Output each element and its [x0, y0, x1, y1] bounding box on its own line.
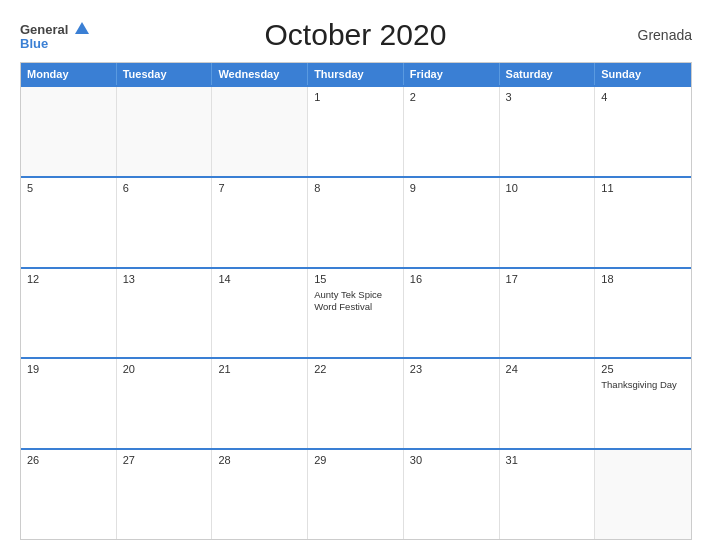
calendar-body: 123456789101112131415Aunty Tek Spice Wor…: [21, 85, 691, 539]
cell-date: 14: [218, 273, 301, 285]
calendar-cell: 19: [21, 359, 117, 448]
calendar-cell: [117, 87, 213, 176]
calendar-cell: 10: [500, 178, 596, 267]
cell-date: 19: [27, 363, 110, 375]
cell-date: 5: [27, 182, 110, 194]
cell-date: 17: [506, 273, 589, 285]
day-header-tuesday: Tuesday: [117, 63, 213, 85]
day-header-friday: Friday: [404, 63, 500, 85]
cell-date: 1: [314, 91, 397, 103]
cell-date: 24: [506, 363, 589, 375]
logo-general-text: General: [20, 22, 68, 37]
logo: General Blue: [20, 21, 89, 50]
calendar-cell: 23: [404, 359, 500, 448]
calendar-cell: 13: [117, 269, 213, 358]
cell-date: 12: [27, 273, 110, 285]
cell-date: 16: [410, 273, 493, 285]
calendar-cell: 6: [117, 178, 213, 267]
calendar-cell: 20: [117, 359, 213, 448]
cell-date: 3: [506, 91, 589, 103]
calendar-cell: 7: [212, 178, 308, 267]
calendar-row-3: 19202122232425Thanksgiving Day: [21, 357, 691, 448]
logo-top: General: [20, 21, 89, 37]
calendar-cell: 29: [308, 450, 404, 539]
cell-date: 31: [506, 454, 589, 466]
cell-date: 27: [123, 454, 206, 466]
cell-date: 25: [601, 363, 685, 375]
day-header-monday: Monday: [21, 63, 117, 85]
calendar-cell: 12: [21, 269, 117, 358]
calendar-cell: 18: [595, 269, 691, 358]
calendar-row-1: 567891011: [21, 176, 691, 267]
day-header-thursday: Thursday: [308, 63, 404, 85]
calendar-page: General Blue October 2020 Grenada Monday…: [0, 0, 712, 550]
calendar-row-0: 1234: [21, 85, 691, 176]
logo-triangle-icon: [75, 22, 89, 34]
cell-date: 15: [314, 273, 397, 285]
calendar-cell: 8: [308, 178, 404, 267]
cell-date: 22: [314, 363, 397, 375]
country-name: Grenada: [622, 27, 692, 43]
cell-date: 28: [218, 454, 301, 466]
calendar-cell: 31: [500, 450, 596, 539]
calendar-cell: 2: [404, 87, 500, 176]
calendar-cell: 16: [404, 269, 500, 358]
day-header-wednesday: Wednesday: [212, 63, 308, 85]
calendar-cell: 3: [500, 87, 596, 176]
cell-event: Thanksgiving Day: [601, 379, 685, 391]
cell-date: 26: [27, 454, 110, 466]
calendar-row-4: 262728293031: [21, 448, 691, 539]
day-header-sunday: Sunday: [595, 63, 691, 85]
cell-date: 4: [601, 91, 685, 103]
calendar-cell: 15Aunty Tek Spice Word Festival: [308, 269, 404, 358]
calendar-cell: 17: [500, 269, 596, 358]
calendar: MondayTuesdayWednesdayThursdayFridaySatu…: [20, 62, 692, 540]
calendar-cell: 25Thanksgiving Day: [595, 359, 691, 448]
calendar-cell: 22: [308, 359, 404, 448]
calendar-cell: [21, 87, 117, 176]
calendar-cell: 11: [595, 178, 691, 267]
calendar-cell: 24: [500, 359, 596, 448]
calendar-cell: 9: [404, 178, 500, 267]
cell-date: 29: [314, 454, 397, 466]
calendar-cell: 28: [212, 450, 308, 539]
calendar-cell: 5: [21, 178, 117, 267]
calendar-cell: 21: [212, 359, 308, 448]
calendar-cell: 1: [308, 87, 404, 176]
cell-date: 10: [506, 182, 589, 194]
day-header-saturday: Saturday: [500, 63, 596, 85]
calendar-cell: [595, 450, 691, 539]
cell-date: 20: [123, 363, 206, 375]
logo-blue-text: Blue: [20, 37, 48, 50]
cell-date: 2: [410, 91, 493, 103]
calendar-cell: 27: [117, 450, 213, 539]
calendar-cell: 30: [404, 450, 500, 539]
cell-date: 11: [601, 182, 685, 194]
calendar-title: October 2020: [89, 18, 622, 52]
cell-date: 21: [218, 363, 301, 375]
calendar-cell: 26: [21, 450, 117, 539]
calendar-cell: 14: [212, 269, 308, 358]
cell-date: 7: [218, 182, 301, 194]
calendar-cell: [212, 87, 308, 176]
cell-date: 9: [410, 182, 493, 194]
cell-date: 30: [410, 454, 493, 466]
calendar-cell: 4: [595, 87, 691, 176]
cell-date: 6: [123, 182, 206, 194]
header: General Blue October 2020 Grenada: [20, 18, 692, 52]
cell-event: Aunty Tek Spice Word Festival: [314, 289, 397, 314]
calendar-header: MondayTuesdayWednesdayThursdayFridaySatu…: [21, 63, 691, 85]
cell-date: 23: [410, 363, 493, 375]
cell-date: 13: [123, 273, 206, 285]
calendar-row-2: 12131415Aunty Tek Spice Word Festival161…: [21, 267, 691, 358]
cell-date: 8: [314, 182, 397, 194]
cell-date: 18: [601, 273, 685, 285]
